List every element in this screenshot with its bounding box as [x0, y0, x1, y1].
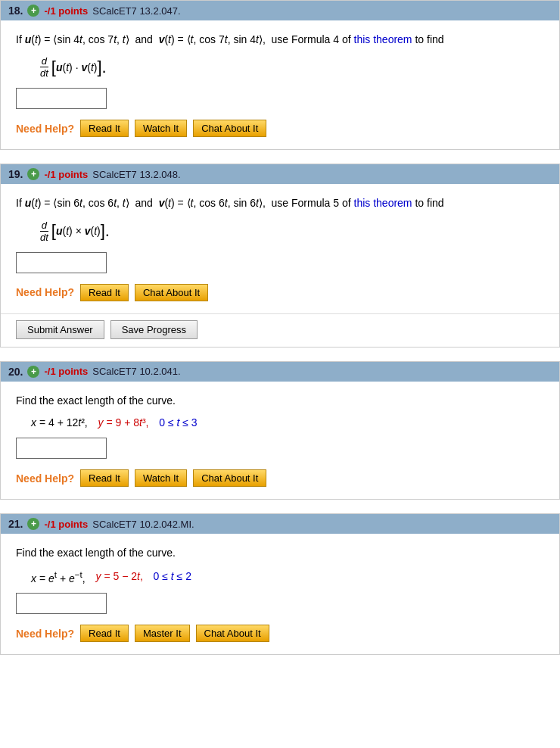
read-it-button-18[interactable]: Read It	[80, 120, 129, 137]
theorem-link-18[interactable]: this theorem	[354, 33, 412, 45]
save-progress-button-19[interactable]: Save Progress	[110, 320, 198, 339]
problem-18-body: If u(t) = ⟨sin 4t, cos 7t, t⟩ and v(t) =…	[1, 20, 559, 149]
answer-input-20[interactable]	[16, 438, 107, 459]
problem-19-text: If u(t) = ⟨sin 6t, cos 6t, t⟩ and v(t) =…	[16, 195, 544, 211]
curve-21-x: x = et + e−t,	[31, 569, 86, 584]
need-help-label-19: Need Help?	[16, 286, 74, 298]
derivative-frac-18: d dt	[39, 55, 50, 79]
problem-18-text: If u(t) = ⟨sin 4t, cos 7t, t⟩ and v(t) =…	[16, 31, 544, 48]
chat-about-it-button-19[interactable]: Chat About It	[135, 284, 208, 301]
chat-about-it-button-20[interactable]: Chat About It	[193, 469, 266, 487]
problem-19-header: 19. + -/1 points SCalcET7 13.2.048.	[1, 164, 559, 184]
need-help-label-18: Need Help?	[16, 123, 74, 135]
curve-20-x: x = 4 + 12t²,	[31, 416, 88, 429]
theorem-link-19[interactable]: this theorem	[354, 197, 412, 209]
problem-20: 20. + -/1 points SCalcET7 10.2.041. Find…	[0, 361, 560, 500]
answer-input-18[interactable]	[16, 88, 107, 109]
problem-18-source: SCalcET7 13.2.047.	[92, 5, 180, 17]
chat-about-it-button-18[interactable]: Chat About It	[193, 120, 266, 137]
curve-20-range: 0 ≤ t ≤ 3	[153, 416, 197, 429]
submit-row-19: Submit Answer Save Progress	[1, 313, 559, 347]
need-help-19: Need Help? Read It Chat About It	[16, 284, 544, 301]
problem-18-points: -/1 points	[44, 5, 88, 17]
problem-21-source: SCalcET7 10.2.042.MI.	[92, 519, 194, 530]
problem-21-body: Find the exact length of the curve. x = …	[1, 534, 559, 654]
problem-21-description: Find the exact length of the curve.	[16, 544, 544, 561]
derivative-frac-19: d dt	[39, 220, 50, 243]
answer-input-19[interactable]	[16, 252, 107, 273]
curve-21-range: 0 ≤ t ≤ 2	[148, 570, 191, 582]
problem-19-math: d dt [ u(t) × v(t) ].	[39, 220, 544, 243]
answer-input-21[interactable]	[16, 593, 107, 614]
add-icon-19[interactable]: +	[27, 168, 39, 180]
need-help-label-21: Need Help?	[16, 628, 74, 640]
problem-21-equation: x = et + e−t, y = 5 − 2t, 0 ≤ t ≤ 2	[31, 569, 544, 584]
problem-19: 19. + -/1 points SCalcET7 13.2.048. If u…	[0, 164, 560, 347]
problem-20-equation: x = 4 + 12t², y = 9 + 8t³, 0 ≤ t ≤ 3	[31, 416, 544, 429]
problem-21-number: 21.	[8, 518, 23, 530]
need-help-18: Need Help? Read It Watch It Chat About I…	[16, 120, 544, 137]
curve-20-y: y = 9 + 8t³,	[92, 416, 149, 429]
problem-20-number: 20.	[8, 366, 23, 378]
problem-20-header: 20. + -/1 points SCalcET7 10.2.041.	[1, 362, 559, 382]
master-it-button-21[interactable]: Master It	[135, 625, 190, 642]
problem-18-number: 18.	[8, 5, 23, 17]
curve-21-y: y = 5 − 2t,	[90, 570, 143, 582]
problem-21: 21. + -/1 points SCalcET7 10.2.042.MI. F…	[0, 513, 560, 655]
problem-18-math: d dt [ u(t) · v(t) ].	[39, 55, 544, 79]
problem-21-points: -/1 points	[44, 519, 88, 530]
problem-19-source: SCalcET7 13.2.048.	[92, 169, 180, 180]
problem-19-body: If u(t) = ⟨sin 6t, cos 6t, t⟩ and v(t) =…	[1, 184, 559, 313]
need-help-20: Need Help? Read It Watch It Chat About I…	[16, 469, 544, 487]
problem-20-points: -/1 points	[44, 366, 88, 377]
add-icon-18[interactable]: +	[27, 5, 39, 17]
problem-20-description: Find the exact length of the curve.	[16, 392, 544, 409]
add-icon-20[interactable]: +	[27, 366, 39, 378]
need-help-label-20: Need Help?	[16, 472, 74, 485]
problem-21-header: 21. + -/1 points SCalcET7 10.2.042.MI.	[1, 514, 559, 534]
read-it-button-20[interactable]: Read It	[80, 469, 129, 487]
read-it-button-21[interactable]: Read It	[80, 625, 129, 642]
problem-19-points: -/1 points	[44, 169, 88, 180]
problem-19-number: 19.	[8, 168, 23, 180]
submit-answer-button-19[interactable]: Submit Answer	[16, 320, 104, 339]
add-icon-21[interactable]: +	[27, 518, 39, 530]
problem-18-header: 18. + -/1 points SCalcET7 13.2.047.	[1, 1, 559, 20]
read-it-button-19[interactable]: Read It	[80, 284, 129, 301]
problem-18: 18. + -/1 points SCalcET7 13.2.047. If u…	[0, 0, 560, 150]
problem-20-body: Find the exact length of the curve. x = …	[1, 382, 559, 499]
watch-it-button-20[interactable]: Watch It	[135, 469, 187, 487]
need-help-21: Need Help? Read It Master It Chat About …	[16, 625, 544, 642]
problem-20-source: SCalcET7 10.2.041.	[92, 366, 180, 377]
chat-about-it-button-21[interactable]: Chat About It	[196, 625, 269, 642]
watch-it-button-18[interactable]: Watch It	[135, 120, 187, 137]
